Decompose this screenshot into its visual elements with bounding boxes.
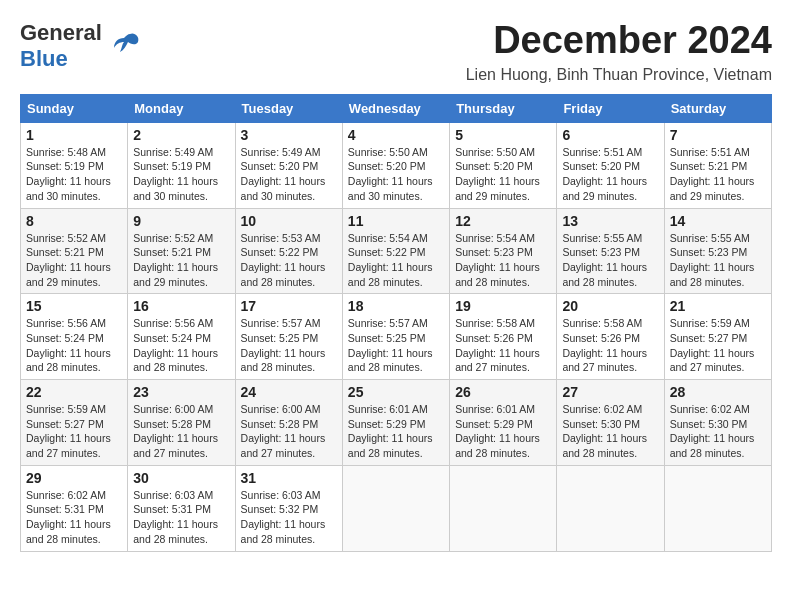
day-number: 28 [670,384,766,400]
calendar-cell: 21Sunrise: 5:59 AM Sunset: 5:27 PM Dayli… [664,294,771,380]
calendar-cell [450,465,557,551]
day-number: 5 [455,127,551,143]
calendar-cell: 22Sunrise: 5:59 AM Sunset: 5:27 PM Dayli… [21,380,128,466]
calendar-cell: 18Sunrise: 5:57 AM Sunset: 5:25 PM Dayli… [342,294,449,380]
day-number: 2 [133,127,229,143]
day-number: 30 [133,470,229,486]
calendar-cell: 30Sunrise: 6:03 AM Sunset: 5:31 PM Dayli… [128,465,235,551]
day-number: 16 [133,298,229,314]
day-info: Sunrise: 6:03 AM Sunset: 5:32 PM Dayligh… [241,488,337,547]
day-info: Sunrise: 5:57 AM Sunset: 5:25 PM Dayligh… [348,316,444,375]
day-info: Sunrise: 6:02 AM Sunset: 5:30 PM Dayligh… [670,402,766,461]
day-number: 20 [562,298,658,314]
day-number: 6 [562,127,658,143]
calendar-cell: 4Sunrise: 5:50 AM Sunset: 5:20 PM Daylig… [342,122,449,208]
day-number: 17 [241,298,337,314]
day-info: Sunrise: 5:58 AM Sunset: 5:26 PM Dayligh… [455,316,551,375]
day-info: Sunrise: 6:01 AM Sunset: 5:29 PM Dayligh… [348,402,444,461]
calendar-title: December 2024 [466,20,772,62]
calendar-header-wednesday: Wednesday [342,94,449,122]
day-number: 12 [455,213,551,229]
day-info: Sunrise: 6:01 AM Sunset: 5:29 PM Dayligh… [455,402,551,461]
day-info: Sunrise: 5:59 AM Sunset: 5:27 PM Dayligh… [26,402,122,461]
calendar-cell: 24Sunrise: 6:00 AM Sunset: 5:28 PM Dayli… [235,380,342,466]
calendar-cell: 11Sunrise: 5:54 AM Sunset: 5:22 PM Dayli… [342,208,449,294]
day-number: 22 [26,384,122,400]
day-number: 15 [26,298,122,314]
logo-general-text: General [20,20,102,45]
day-number: 23 [133,384,229,400]
day-info: Sunrise: 6:00 AM Sunset: 5:28 PM Dayligh… [133,402,229,461]
calendar-cell: 17Sunrise: 5:57 AM Sunset: 5:25 PM Dayli… [235,294,342,380]
day-info: Sunrise: 5:54 AM Sunset: 5:22 PM Dayligh… [348,231,444,290]
calendar-cell: 12Sunrise: 5:54 AM Sunset: 5:23 PM Dayli… [450,208,557,294]
calendar-cell: 7Sunrise: 5:51 AM Sunset: 5:21 PM Daylig… [664,122,771,208]
day-number: 1 [26,127,122,143]
day-info: Sunrise: 6:02 AM Sunset: 5:31 PM Dayligh… [26,488,122,547]
day-number: 8 [26,213,122,229]
calendar-cell: 20Sunrise: 5:58 AM Sunset: 5:26 PM Dayli… [557,294,664,380]
logo: General Blue [20,20,142,72]
calendar-header-sunday: Sunday [21,94,128,122]
day-info: Sunrise: 5:51 AM Sunset: 5:20 PM Dayligh… [562,145,658,204]
calendar-cell: 9Sunrise: 5:52 AM Sunset: 5:21 PM Daylig… [128,208,235,294]
calendar-header-monday: Monday [128,94,235,122]
day-info: Sunrise: 5:55 AM Sunset: 5:23 PM Dayligh… [670,231,766,290]
calendar-cell: 8Sunrise: 5:52 AM Sunset: 5:21 PM Daylig… [21,208,128,294]
calendar-subtitle: Lien Huong, Binh Thuan Province, Vietnam [466,66,772,84]
title-section: December 2024 Lien Huong, Binh Thuan Pro… [466,20,772,84]
day-number: 4 [348,127,444,143]
calendar-cell: 1Sunrise: 5:48 AM Sunset: 5:19 PM Daylig… [21,122,128,208]
day-info: Sunrise: 5:49 AM Sunset: 5:20 PM Dayligh… [241,145,337,204]
day-info: Sunrise: 5:51 AM Sunset: 5:21 PM Dayligh… [670,145,766,204]
day-info: Sunrise: 5:53 AM Sunset: 5:22 PM Dayligh… [241,231,337,290]
day-number: 11 [348,213,444,229]
day-info: Sunrise: 5:56 AM Sunset: 5:24 PM Dayligh… [133,316,229,375]
calendar-header-tuesday: Tuesday [235,94,342,122]
day-number: 27 [562,384,658,400]
calendar-week-row: 22Sunrise: 5:59 AM Sunset: 5:27 PM Dayli… [21,380,772,466]
day-info: Sunrise: 5:55 AM Sunset: 5:23 PM Dayligh… [562,231,658,290]
calendar-cell: 6Sunrise: 5:51 AM Sunset: 5:20 PM Daylig… [557,122,664,208]
day-info: Sunrise: 5:52 AM Sunset: 5:21 PM Dayligh… [133,231,229,290]
day-info: Sunrise: 5:54 AM Sunset: 5:23 PM Dayligh… [455,231,551,290]
calendar-cell: 25Sunrise: 6:01 AM Sunset: 5:29 PM Dayli… [342,380,449,466]
calendar-cell: 3Sunrise: 5:49 AM Sunset: 5:20 PM Daylig… [235,122,342,208]
day-info: Sunrise: 5:50 AM Sunset: 5:20 PM Dayligh… [348,145,444,204]
calendar-cell: 26Sunrise: 6:01 AM Sunset: 5:29 PM Dayli… [450,380,557,466]
calendar-header-thursday: Thursday [450,94,557,122]
calendar-cell: 10Sunrise: 5:53 AM Sunset: 5:22 PM Dayli… [235,208,342,294]
calendar-week-row: 1Sunrise: 5:48 AM Sunset: 5:19 PM Daylig… [21,122,772,208]
day-number: 24 [241,384,337,400]
calendar-cell [342,465,449,551]
day-number: 9 [133,213,229,229]
page-header: General Blue December 2024 Lien Huong, B… [20,20,772,84]
day-number: 13 [562,213,658,229]
day-number: 31 [241,470,337,486]
calendar-cell: 16Sunrise: 5:56 AM Sunset: 5:24 PM Dayli… [128,294,235,380]
calendar-week-row: 15Sunrise: 5:56 AM Sunset: 5:24 PM Dayli… [21,294,772,380]
day-info: Sunrise: 5:52 AM Sunset: 5:21 PM Dayligh… [26,231,122,290]
calendar-cell: 19Sunrise: 5:58 AM Sunset: 5:26 PM Dayli… [450,294,557,380]
calendar-cell: 13Sunrise: 5:55 AM Sunset: 5:23 PM Dayli… [557,208,664,294]
day-info: Sunrise: 5:49 AM Sunset: 5:19 PM Dayligh… [133,145,229,204]
calendar-week-row: 29Sunrise: 6:02 AM Sunset: 5:31 PM Dayli… [21,465,772,551]
day-number: 18 [348,298,444,314]
calendar-cell: 2Sunrise: 5:49 AM Sunset: 5:19 PM Daylig… [128,122,235,208]
day-info: Sunrise: 5:59 AM Sunset: 5:27 PM Dayligh… [670,316,766,375]
day-info: Sunrise: 6:02 AM Sunset: 5:30 PM Dayligh… [562,402,658,461]
day-number: 19 [455,298,551,314]
day-number: 14 [670,213,766,229]
day-number: 26 [455,384,551,400]
calendar-cell [557,465,664,551]
calendar-cell: 23Sunrise: 6:00 AM Sunset: 5:28 PM Dayli… [128,380,235,466]
day-info: Sunrise: 5:57 AM Sunset: 5:25 PM Dayligh… [241,316,337,375]
calendar-cell: 27Sunrise: 6:02 AM Sunset: 5:30 PM Dayli… [557,380,664,466]
calendar-cell [664,465,771,551]
calendar-cell: 14Sunrise: 5:55 AM Sunset: 5:23 PM Dayli… [664,208,771,294]
logo-bird-icon [110,28,142,64]
day-info: Sunrise: 5:56 AM Sunset: 5:24 PM Dayligh… [26,316,122,375]
calendar-cell: 29Sunrise: 6:02 AM Sunset: 5:31 PM Dayli… [21,465,128,551]
day-number: 29 [26,470,122,486]
calendar-header-saturday: Saturday [664,94,771,122]
